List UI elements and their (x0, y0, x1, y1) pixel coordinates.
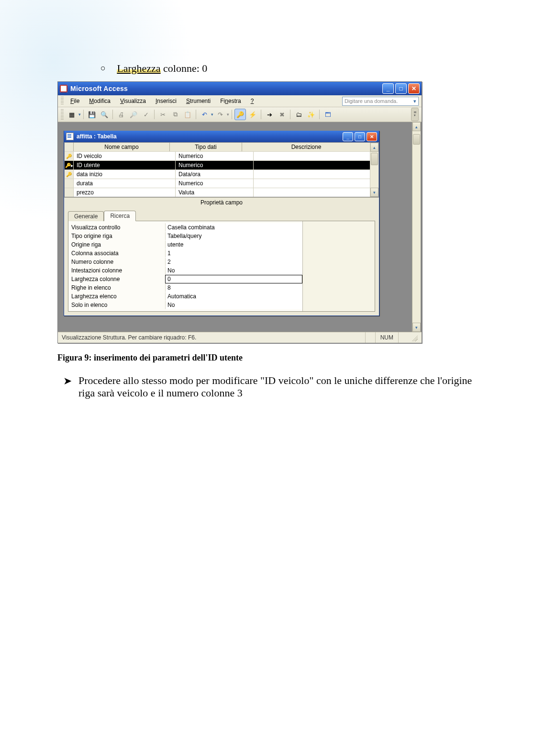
delete-rows-button[interactable]: ✖ (276, 109, 288, 120)
col-header-name[interactable]: Nome campo (74, 143, 170, 151)
table-row[interactable]: 🔑ID veicoloNumerico (65, 151, 370, 160)
cell-description[interactable] (254, 170, 370, 179)
print-preview-button[interactable]: 🔎 (128, 109, 139, 120)
database-window-button[interactable]: 🗔 (322, 109, 334, 120)
paste-button[interactable]: 📋 (182, 109, 193, 120)
cell-field-name[interactable]: ID veicolo (74, 152, 176, 160)
view-button[interactable]: ▦ (66, 109, 78, 120)
col-header-desc[interactable]: Descrizione (242, 143, 370, 151)
undo-button[interactable]: ↶ (199, 109, 210, 120)
scroll-thumb[interactable] (371, 153, 378, 165)
property-value[interactable]: No (165, 266, 302, 275)
property-value[interactable]: Automatica (165, 292, 302, 301)
insert-rows-button[interactable]: ➔ (264, 109, 275, 120)
cell-field-name[interactable]: durata (74, 179, 176, 188)
scroll-up-icon[interactable]: ▴ (412, 122, 421, 131)
property-value[interactable]: Tabella/query (165, 232, 302, 240)
status-cell-blank (365, 332, 375, 343)
close-button[interactable]: ✕ (408, 83, 420, 94)
scroll-up-icon[interactable]: ▴ (370, 143, 378, 152)
title-bar[interactable]: Microsoft Access _ □ ✕ (58, 82, 422, 95)
scroll-thumb[interactable] (413, 134, 420, 145)
cell-field-name[interactable]: prezzo (74, 188, 176, 197)
inner-title-bar[interactable]: affitta : Tabella _ □ ✕ (64, 131, 379, 142)
table-row[interactable]: 🔑data inizioData/ora (65, 169, 370, 179)
cell-description[interactable] (254, 188, 370, 197)
maximize-button[interactable]: □ (395, 83, 407, 94)
list-item: Larghezza colonne: 0 (100, 62, 477, 75)
field-design-grid[interactable]: Nome campo Tipo dati Descrizione 🔑ID vei… (64, 142, 379, 197)
property-label: Intestazioni colonne (68, 266, 165, 275)
table-row[interactable]: prezzoValuta (65, 188, 370, 197)
redo-button[interactable]: ↷ (214, 109, 226, 120)
toolbar-overflow-button[interactable]: ▾ (411, 108, 419, 121)
properties-pane: Generale Ricerca Visualizza controlloCas… (64, 207, 379, 316)
cell-data-type[interactable]: Numerico (176, 179, 254, 188)
menu-modifica[interactable]: Modifica (85, 97, 114, 105)
property-row: Tipo origine rigaTabella/query (68, 232, 302, 240)
tab-generale[interactable]: Generale (68, 211, 104, 221)
menu-help[interactable]: ? (247, 97, 258, 105)
menu-bar: File Modifica Visualizza Inserisci Strum… (58, 95, 422, 107)
access-window: Microsoft Access _ □ ✕ File Modifica Vis… (57, 81, 422, 343)
cell-description[interactable] (254, 152, 370, 160)
menu-visualizza[interactable]: Visualizza (116, 97, 150, 105)
spellcheck-button[interactable]: ✓ (140, 109, 152, 120)
menu-inserisci[interactable]: Inserisci (152, 97, 180, 105)
print-button[interactable]: 🖨 (115, 109, 127, 120)
cell-data-type[interactable]: Valuta (176, 188, 254, 197)
builder-button[interactable]: ✨ (305, 109, 317, 120)
help-search-box[interactable]: Digitare una domanda. ▾ (342, 97, 419, 106)
property-value[interactable]: 2 (165, 258, 302, 266)
arrow-text: Procedere allo stesso modo per modificar… (78, 374, 477, 399)
tab-ricerca[interactable]: Ricerca (104, 211, 136, 221)
chevron-down-icon[interactable]: ▾ (413, 98, 416, 104)
inner-maximize-button[interactable]: □ (355, 132, 365, 141)
table-design-window: affitta : Tabella _ □ ✕ Nome campo Tipo … (64, 131, 379, 316)
figure-caption: Figura 9: inserimento dei parametri dell… (57, 353, 477, 363)
cell-description[interactable] (254, 161, 370, 169)
property-value[interactable]: No (165, 301, 302, 309)
menu-file[interactable]: File (67, 97, 83, 105)
property-label: Visualizza controllo (68, 223, 165, 232)
cell-field-name[interactable]: ID utente (74, 161, 176, 169)
minimize-button[interactable]: _ (382, 83, 394, 94)
cell-data-type[interactable]: Numerico (176, 152, 254, 160)
grid-scrollbar[interactable]: ▴ ▾ (370, 143, 378, 197)
menu-grip[interactable] (61, 97, 64, 105)
property-label: Larghezza colonne (68, 275, 165, 283)
menu-strumenti[interactable]: Strumenti (182, 97, 214, 105)
inner-minimize-button[interactable]: _ (343, 132, 353, 141)
save-button[interactable]: 💾 (86, 109, 98, 120)
cell-data-type[interactable]: Data/ora (176, 170, 254, 179)
table-row[interactable]: durataNumerico (65, 179, 370, 188)
inner-close-button[interactable]: ✕ (367, 132, 377, 141)
scroll-down-icon[interactable]: ▾ (370, 188, 378, 197)
properties-help-panel (302, 221, 375, 311)
property-label: Righe in elenco (68, 283, 165, 292)
property-value[interactable]: Casella combinata (165, 223, 302, 232)
property-value[interactable]: 0 (165, 275, 302, 283)
properties-button[interactable]: 🗂 (293, 109, 304, 120)
property-label: Solo in elenco (68, 301, 165, 309)
workarea-scrollbar[interactable]: ▴ ▾ (412, 122, 421, 332)
resize-grip-icon[interactable] (410, 334, 418, 341)
property-value[interactable]: 1 (165, 249, 302, 258)
search-button[interactable]: 🔍 (99, 109, 110, 120)
copy-button[interactable]: ⧉ (169, 109, 181, 120)
property-value[interactable]: utente (165, 240, 302, 249)
cell-field-name[interactable]: data inizio (74, 170, 176, 179)
table-row[interactable]: 🔑▸ID utenteNumerico (65, 160, 370, 169)
scroll-down-icon[interactable]: ▾ (412, 323, 421, 332)
primary-key-button[interactable]: 🔑 (234, 109, 246, 120)
indexes-button[interactable]: ⚡ (247, 109, 258, 120)
toolbar-grip[interactable] (61, 109, 64, 120)
cut-button[interactable]: ✂ (157, 109, 168, 120)
cell-description[interactable] (254, 179, 370, 188)
status-numlock: NUM (375, 332, 398, 343)
property-value[interactable]: 8 (165, 283, 302, 292)
menu-finestra[interactable]: Finestra (216, 97, 245, 105)
cell-data-type[interactable]: Numerico (176, 161, 254, 169)
property-row: Colonna associata1 (68, 249, 302, 258)
col-header-type[interactable]: Tipo dati (170, 143, 242, 151)
